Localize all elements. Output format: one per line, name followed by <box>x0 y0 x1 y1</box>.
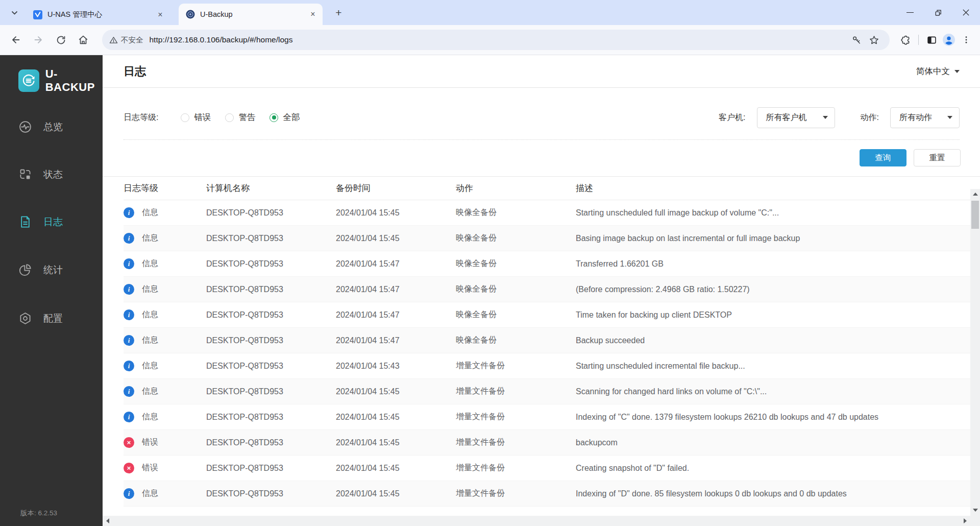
scroll-right-icon[interactable] <box>964 518 967 523</box>
time-cell: 2024/01/04 15:45 <box>336 413 456 422</box>
vertical-scrollbar[interactable] <box>970 189 980 526</box>
language-selector[interactable]: 简体中文 <box>916 66 960 77</box>
bookmark-star-icon[interactable] <box>865 31 883 49</box>
query-button[interactable]: 查询 <box>860 149 906 166</box>
table-row[interactable]: i 信息 DESKTOP-Q8TD953 2024/01/04 15:43 增量… <box>124 353 980 379</box>
overview-icon <box>18 120 32 134</box>
action-select[interactable]: 所有动作 <box>890 107 960 128</box>
sidebar-item-configuration[interactable]: 配置 <box>18 312 63 325</box>
level-status-icon: × <box>124 437 134 448</box>
page-header: 日志 简体中文 <box>103 55 980 88</box>
client-select[interactable]: 所有客户机 <box>757 107 835 128</box>
time-cell: 2024/01/04 15:45 <box>336 438 456 447</box>
tab-title: U-NAS 管理中心 <box>47 10 156 19</box>
table-row[interactable]: i 信息 DESKTOP-Q8TD953 2024/01/04 15:45 映像… <box>124 226 980 251</box>
home-icon[interactable] <box>74 30 93 50</box>
dotted-divider <box>124 139 960 140</box>
table-row[interactable]: i 信息 DESKTOP-Q8TD953 2024/01/04 15:45 增量… <box>124 481 980 507</box>
browser-tab-ubackup[interactable]: U-Backup × <box>179 4 323 25</box>
logs-table: 日志等级 计算机名称 备份时间 动作 描述 i 信息 DESKTOP-Q8TD9… <box>103 177 980 507</box>
level-cell: i 信息 <box>124 488 206 499</box>
description-cell: Backup succeeded <box>576 336 980 345</box>
level-status-icon: i <box>124 258 134 269</box>
level-cell: i 信息 <box>124 386 206 397</box>
table-row[interactable]: i 信息 DESKTOP-Q8TD953 2024/01/04 15:45 增量… <box>124 404 980 430</box>
extensions-icon[interactable] <box>897 31 914 49</box>
level-text: 信息 <box>142 488 158 499</box>
description-cell: Creating snapshot of "D" failed. <box>576 464 980 473</box>
vertical-scrollbar-thumb[interactable] <box>971 201 979 229</box>
log-level-label: 日志等级: <box>124 112 158 123</box>
action-cell: 映像全备份 <box>456 207 576 218</box>
window-minimize-button[interactable] <box>896 0 924 25</box>
col-level: 日志等级 <box>124 182 206 194</box>
password-key-icon[interactable] <box>848 31 865 49</box>
level-cell: i 信息 <box>124 284 206 295</box>
time-cell: 2024/01/04 15:45 <box>336 208 456 218</box>
url-text[interactable]: http://192.168.0.106/backup/#/home/logs <box>150 35 848 44</box>
tab-search-chevron-icon[interactable] <box>7 6 21 20</box>
browser-menu-icon[interactable] <box>958 31 975 49</box>
computer-cell: DESKTOP-Q8TD953 <box>206 234 336 243</box>
description-cell: Time taken for backing up client DESKTOP <box>576 310 980 320</box>
radio-warning[interactable]: 警告 <box>225 112 255 123</box>
table-row[interactable]: i 信息 DESKTOP-Q8TD953 2024/01/04 15:47 映像… <box>124 328 980 353</box>
table-row[interactable]: i 信息 DESKTOP-Q8TD953 2024/01/04 15:45 映像… <box>124 200 980 226</box>
time-cell: 2024/01/04 15:45 <box>336 489 456 498</box>
level-status-icon: i <box>124 335 134 346</box>
tab-close-icon[interactable]: × <box>308 10 317 19</box>
browser-tab-unas[interactable]: U-NAS 管理中心 × <box>26 4 170 25</box>
scroll-down-icon[interactable] <box>973 509 978 512</box>
level-text: 信息 <box>142 309 158 320</box>
level-status-icon: i <box>124 284 134 295</box>
computer-cell: DESKTOP-Q8TD953 <box>206 336 336 345</box>
window-restore-button[interactable] <box>924 0 952 25</box>
action-cell: 增量文件备份 <box>456 488 576 499</box>
sidebar-item-logs[interactable]: 日志 <box>18 215 63 229</box>
security-chip[interactable]: 不安全 <box>109 35 150 45</box>
level-status-icon: i <box>124 386 134 397</box>
sidebar-item-overview[interactable]: 总览 <box>18 120 63 134</box>
table-row[interactable]: i 信息 DESKTOP-Q8TD953 2024/01/04 15:47 映像… <box>124 251 980 277</box>
sidebar: U-BACKUP 总览 状态 日志 统计 配置 版本: 6.2.53 <box>0 55 103 526</box>
time-cell: 2024/01/04 15:47 <box>336 336 456 345</box>
table-row[interactable]: i 信息 DESKTOP-Q8TD953 2024/01/04 15:47 映像… <box>124 277 980 302</box>
filter-dropdowns: 客户机: 所有客户机 动作: 所有动作 <box>719 107 960 128</box>
tab-close-icon[interactable]: × <box>156 10 165 19</box>
tab-title: U-Backup <box>200 10 308 18</box>
address-bar[interactable]: 不安全 http://192.168.0.106/backup/#/home/l… <box>102 30 890 50</box>
radio-all[interactable]: 全部 <box>270 112 300 123</box>
level-cell: i 信息 <box>124 258 206 269</box>
radio-error[interactable]: 错误 <box>181 112 211 123</box>
time-cell: 2024/01/04 15:47 <box>336 259 456 269</box>
level-text: 信息 <box>142 361 158 371</box>
back-icon[interactable] <box>6 30 26 50</box>
table-row[interactable]: × 错误 DESKTOP-Q8TD953 2024/01/04 15:45 增量… <box>124 456 980 481</box>
ubackup-favicon-icon <box>186 10 195 19</box>
table-row[interactable]: i 信息 DESKTOP-Q8TD953 2024/01/04 15:45 增量… <box>124 379 980 404</box>
action-cell: 映像全备份 <box>456 258 576 269</box>
computer-cell: DESKTOP-Q8TD953 <box>206 464 336 473</box>
time-cell: 2024/01/04 15:45 <box>336 387 456 396</box>
sidebar-item-statistics[interactable]: 统计 <box>18 263 63 277</box>
brand-name: U-BACKUP <box>45 67 103 94</box>
table-header-row: 日志等级 计算机名称 备份时间 动作 描述 <box>124 177 980 200</box>
reset-button[interactable]: 重置 <box>914 149 961 166</box>
profile-avatar[interactable] <box>940 31 958 49</box>
window-close-button[interactable] <box>952 0 980 25</box>
level-text: 信息 <box>142 412 158 422</box>
description-cell: Indexing of "C" done. 1379 filesystem lo… <box>576 413 980 422</box>
computer-cell: DESKTOP-Q8TD953 <box>206 259 336 269</box>
level-cell: × 错误 <box>124 437 206 448</box>
new-tab-button[interactable]: + <box>332 6 346 19</box>
sidebar-item-status[interactable]: 状态 <box>18 168 63 181</box>
forward-icon[interactable] <box>29 30 48 50</box>
horizontal-scrollbar[interactable] <box>103 516 980 526</box>
side-panel-icon[interactable] <box>923 31 940 49</box>
table-row[interactable]: i 信息 DESKTOP-Q8TD953 2024/01/04 15:47 映像… <box>124 302 980 328</box>
time-cell: 2024/01/04 15:43 <box>336 362 456 371</box>
scroll-up-icon[interactable] <box>973 193 978 196</box>
table-row[interactable]: × 错误 DESKTOP-Q8TD953 2024/01/04 15:45 增量… <box>124 430 980 456</box>
scroll-left-icon[interactable] <box>106 518 109 523</box>
reload-icon[interactable] <box>51 30 70 50</box>
